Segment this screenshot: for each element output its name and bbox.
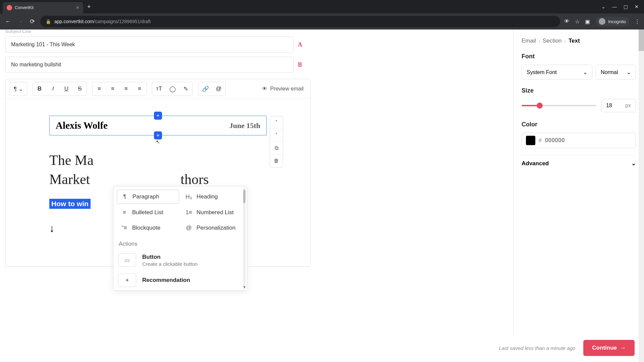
footer-bar: Last saved less than a minute ago Contin… (0, 334, 644, 362)
menu-icon[interactable]: ⋮ (635, 18, 640, 25)
button-thumb-icon: ▭ (118, 253, 136, 267)
eye-off-icon[interactable]: 👁 (564, 18, 570, 24)
cursor-icon: ↖ (156, 139, 160, 144)
author-name[interactable]: Alexis Wolfe (56, 120, 108, 131)
url-text: app.convertkit.com/campaigns/12896951/dr… (54, 19, 151, 24)
toolbar: ¶ ⌄ B I U S ≡ ≡ ≡ ≡ (6, 79, 310, 99)
scrollbar-thumb[interactable] (639, 29, 644, 51)
move-down-button[interactable]: ˅ (270, 129, 283, 142)
paragraph-icon: ¶ (121, 193, 128, 200)
incognito-badge[interactable]: Incognito (595, 17, 629, 26)
browser-chrome: ConvertKit × + ⌄ — ▢ ✕ ← → ⟳ 🔒 app.conve… (0, 0, 644, 29)
picker-action-button[interactable]: ▭ Button Create a clickable button (113, 250, 247, 270)
date-text[interactable]: June 15th (229, 121, 260, 130)
delete-button[interactable]: 🗑 (270, 155, 283, 167)
crumb-section[interactable]: Section (543, 38, 562, 44)
picker-blockquote[interactable]: “≡ Blockquote (117, 221, 179, 235)
chevron-down-icon: ⌄ (627, 69, 631, 75)
tab-search-icon[interactable]: ⌄ (601, 4, 605, 9)
panel-icon[interactable]: ▣ (585, 18, 590, 25)
editor-pane: Subject Line A B ✕ ¶ ⌄ B I (0, 29, 513, 362)
link-button[interactable]: 🔗 (199, 82, 212, 96)
picker-action-recommendation[interactable]: ✦ Recommendation (113, 270, 247, 290)
subject-input-a[interactable] (5, 37, 294, 53)
chevron-down-icon: ⌄ (583, 69, 587, 75)
chevron-down-icon[interactable]: ▼ (243, 285, 246, 289)
text-color-button[interactable]: ◯ (166, 82, 179, 96)
add-block-below-button[interactable]: + (154, 131, 162, 139)
font-size-button[interactable]: тT (152, 82, 166, 96)
paragraph-style-dropdown[interactable]: ¶ ⌄ (10, 82, 27, 96)
numbered-list-icon: 1≡ (185, 209, 193, 216)
back-icon[interactable]: ← (4, 18, 12, 25)
color-swatch[interactable] (526, 136, 535, 145)
crumb-email[interactable]: Email (522, 38, 536, 44)
picker-section-label: Actions (113, 238, 247, 250)
browser-tab[interactable]: ConvertKit × (3, 2, 83, 13)
preview-email-button[interactable]: 👁 Preview email (262, 86, 306, 92)
highlight-button[interactable]: ✎ (179, 82, 193, 96)
page-scrollbar[interactable] (639, 29, 644, 362)
heading-block[interactable]: The Ma Marketthors (49, 151, 267, 189)
underline-button[interactable]: U (60, 82, 73, 96)
variant-b-badge: B (298, 61, 305, 68)
crumb-text: Text (569, 38, 580, 44)
favicon-icon (7, 5, 12, 10)
app: Subject Line A B ✕ ¶ ⌄ B I (0, 29, 644, 362)
advanced-section-toggle[interactable]: Advanced ⌄ (522, 155, 636, 172)
bold-button[interactable]: B (33, 82, 46, 96)
style-panel: Email › Section › Text Font System Font … (513, 29, 644, 362)
slider-thumb[interactable] (537, 103, 543, 109)
maximize-icon[interactable]: ▢ (624, 4, 628, 9)
font-weight-select[interactable]: Normal ⌄ (596, 65, 636, 80)
picker-numbered-list[interactable]: 1≡ Numbered List (181, 206, 244, 219)
reload-icon[interactable]: ⟳ (28, 18, 36, 25)
heading-icon: H₁ (185, 193, 193, 200)
recommendation-thumb-icon: ✦ (118, 274, 136, 287)
move-up-button[interactable]: ˄ (270, 116, 283, 129)
highlighted-text[interactable]: How to win (49, 199, 91, 209)
continue-button[interactable]: Continue → (583, 340, 635, 356)
size-label: Size (522, 87, 636, 94)
font-family-select[interactable]: System Font ⌄ (522, 65, 592, 80)
size-input[interactable]: 18 px (601, 99, 636, 112)
italic-button[interactable]: I (46, 82, 60, 96)
bullet-list-icon: ≡ (121, 209, 128, 216)
color-input[interactable]: # 000000 (522, 133, 636, 148)
personalization-icon: @ (185, 225, 193, 231)
picker-personalization[interactable]: @ Personalization (181, 221, 244, 235)
bookmark-icon[interactable]: ☆ (575, 18, 580, 25)
size-slider[interactable] (522, 105, 596, 106)
tabs-bar: ConvertKit × + ⌄ — ▢ ✕ (0, 0, 644, 13)
window-controls: ⌄ — ▢ ✕ (601, 4, 644, 9)
picker-paragraph[interactable]: ¶ Paragraph (117, 190, 179, 204)
font-label: Font (522, 53, 636, 60)
block-controls: ˄ ˅ ⧉ 🗑 (270, 116, 283, 168)
picker-heading[interactable]: H₁ Heading (181, 190, 244, 204)
strikethrough-button[interactable]: S (73, 82, 87, 96)
lock-icon: 🔒 (46, 19, 51, 24)
add-block-above-button[interactable]: + (154, 112, 162, 120)
align-right-button[interactable]: ≡ (119, 82, 133, 96)
duplicate-button[interactable]: ⧉ (270, 142, 283, 155)
align-justify-button[interactable]: ≡ (133, 82, 146, 96)
new-tab-button[interactable]: + (87, 3, 91, 10)
url-field[interactable]: 🔒 app.convertkit.com/campaigns/12896951/… (40, 16, 560, 27)
incognito-icon (599, 18, 605, 25)
selected-text-block[interactable]: + Alexis Wolfe June 15th + ↖ ˄ ˅ ⧉ 🗑 (49, 116, 267, 135)
variant-a-badge: A (298, 41, 305, 48)
minimize-icon[interactable]: — (612, 4, 617, 9)
align-center-button[interactable]: ≡ (106, 82, 119, 96)
chevron-right-icon: › (539, 39, 540, 44)
forward-icon: → (16, 18, 24, 25)
subject-input-b[interactable] (5, 57, 294, 73)
picker-bulleted-list[interactable]: ≡ Bulleted List (117, 206, 179, 219)
mention-button[interactable]: @ (212, 82, 225, 96)
close-icon[interactable]: × (76, 5, 79, 11)
editor: ¶ ⌄ B I U S ≡ ≡ ≡ ≡ (5, 79, 311, 267)
canvas[interactable]: + Alexis Wolfe June 15th + ↖ ˄ ˅ ⧉ 🗑 (6, 99, 310, 266)
address-bar: ← → ⟳ 🔒 app.convertkit.com/campaigns/128… (0, 13, 644, 29)
align-left-button[interactable]: ≡ (93, 82, 106, 96)
close-window-icon[interactable]: ✕ (635, 4, 639, 9)
scrollbar-thumb[interactable] (243, 190, 246, 203)
